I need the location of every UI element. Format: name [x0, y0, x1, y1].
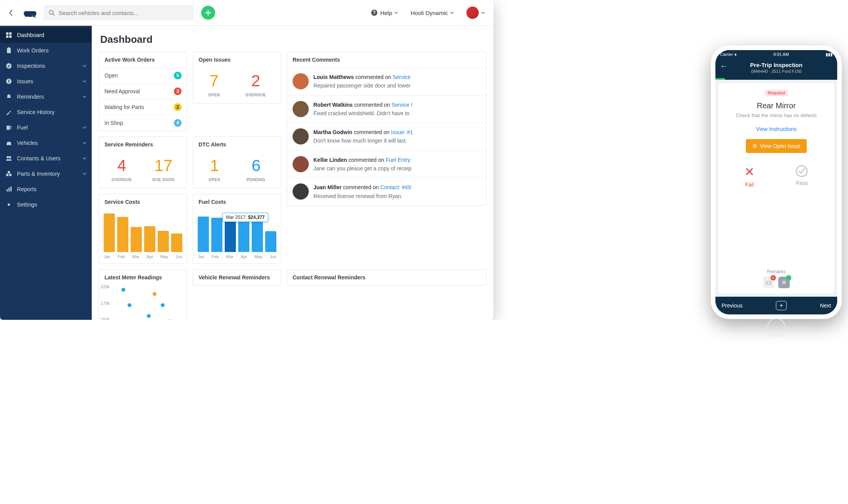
data-point[interactable]: [168, 319, 172, 320]
comment-author: Robert Watkins: [313, 102, 353, 108]
sidebar-item-work-orders[interactable]: Work Orders: [0, 43, 92, 58]
sidebar-item-label: Dashboard: [17, 32, 44, 38]
comment-link[interactable]: Fuel Entry:: [386, 157, 412, 163]
open-issues-card: Open Issues 7OPEN2OVERDUE: [193, 52, 281, 104]
remarks-label: Remarks: [724, 269, 829, 274]
bar[interactable]: [238, 221, 249, 252]
sidebar-item-reports[interactable]: Reports: [0, 181, 92, 197]
data-point[interactable]: [153, 292, 156, 296]
svg-rect-7: [9, 32, 12, 35]
comment-item[interactable]: Louis Matthews commented on ServiceRepai…: [287, 67, 486, 95]
work-order-row[interactable]: In Shop4: [99, 115, 187, 131]
bar[interactable]: [104, 213, 115, 252]
home-button[interactable]: [767, 318, 786, 320]
sidebar-item-label: Contacts & Users: [17, 155, 61, 161]
sidebar-item-label: Parts & Inventory: [17, 171, 60, 177]
comment-link[interactable]: Issue: #1: [391, 129, 413, 135]
back-button[interactable]: [5, 7, 17, 19]
card-title: Contact Renewal Reminders: [287, 270, 486, 285]
stat[interactable]: 2OVERDUE: [246, 73, 266, 97]
sidebar-item-inspections[interactable]: Inspections: [0, 58, 92, 74]
data-point[interactable]: [161, 303, 165, 307]
stat[interactable]: 4OVERDUE: [111, 158, 132, 182]
comment-item[interactable]: Kellie Linden commented on Fuel Entry:Ja…: [287, 150, 486, 178]
pass-button[interactable]: Pass: [795, 165, 808, 188]
comment-item[interactable]: Juan Miller commented on Contact: #49Rec…: [287, 178, 486, 205]
bar[interactable]: [144, 226, 155, 252]
card-title: Latest Meter Readings: [99, 270, 187, 285]
comment-author: Louis Matthews: [313, 74, 354, 80]
sidebar-item-label: Fuel: [17, 124, 28, 131]
stat[interactable]: 6PENDING: [247, 158, 266, 182]
boxes-icon: [5, 171, 12, 177]
card-title: DTC Alerts: [193, 137, 281, 152]
wo-label: In Shop: [104, 120, 123, 126]
svg-rect-21: [6, 174, 8, 176]
comment-item[interactable]: Martha Godwin commented on Issue: #1Don'…: [287, 123, 486, 150]
comment-link[interactable]: Contact: #49: [380, 184, 411, 190]
bar-chart-icon: [5, 186, 12, 192]
org-menu[interactable]: Hooli Dynamic: [407, 10, 458, 16]
user-menu[interactable]: [463, 7, 489, 19]
sidebar-item-dashboard[interactable]: Dashboard: [0, 27, 92, 43]
bar[interactable]: [252, 219, 263, 252]
bell-icon: [5, 94, 12, 100]
svg-rect-26: [10, 186, 12, 192]
work-order-row[interactable]: Need Approval3: [99, 83, 187, 99]
view-instructions-link[interactable]: View Instructions: [724, 126, 829, 132]
sidebar-item-fuel[interactable]: Fuel: [0, 120, 92, 135]
bar[interactable]: [211, 218, 222, 252]
fuel-icon: [5, 124, 12, 131]
comment-link[interactable]: Service: [392, 74, 411, 80]
note-icon: [781, 280, 787, 285]
comment-item[interactable]: Robert Watkins commented on Service IFix…: [287, 95, 486, 123]
search-input[interactable]: [59, 10, 188, 16]
phone-mockup: Carrier ● 8:01 AM ▮▮▮ ← Pre-Trip Inspect…: [711, 45, 842, 319]
camera-icon: [766, 280, 772, 285]
note-button[interactable]: [778, 277, 790, 288]
sidebar-item-parts-inventory[interactable]: Parts & Inventory: [0, 166, 92, 181]
sidebar-item-settings[interactable]: Settings: [0, 197, 92, 212]
card-title: Open Issues: [193, 52, 281, 67]
chevron-down-icon: [82, 142, 86, 144]
contact-renewal-card: Contact Renewal Reminders: [287, 269, 486, 286]
axis-label: Feb: [212, 254, 219, 259]
bar[interactable]: [131, 227, 142, 252]
view-open-issue-button[interactable]: View Open Issue: [746, 139, 807, 153]
bar[interactable]: [117, 217, 128, 252]
sidebar-item-issues[interactable]: Issues: [0, 74, 92, 89]
comment-link[interactable]: Service I: [392, 102, 412, 108]
bar[interactable]: [198, 217, 209, 252]
data-point[interactable]: [147, 314, 151, 318]
sidebar-item-vehicles[interactable]: Vehicles: [0, 135, 92, 151]
help-menu[interactable]: ? Help: [367, 9, 402, 16]
add-button[interactable]: [201, 6, 215, 20]
fail-button[interactable]: ✕ Fail: [744, 165, 755, 188]
camera-button[interactable]: 0: [763, 277, 774, 288]
bar[interactable]: [171, 234, 182, 252]
stat[interactable]: 1OPEN: [209, 158, 220, 182]
work-order-row[interactable]: Open5: [99, 67, 187, 83]
sidebar-item-reminders[interactable]: Reminders: [0, 89, 92, 104]
comment-body: Fixed cracked windshield. Didn't have to: [313, 109, 412, 117]
help-label: Help: [380, 10, 392, 16]
axis-label: Apr: [146, 254, 153, 259]
axis-label: Jan: [198, 254, 205, 259]
inspection-item-title: Rear Mirror: [724, 101, 829, 110]
sidebar-item-contacts-users[interactable]: Contacts & Users: [0, 151, 92, 166]
users-icon: [5, 155, 12, 161]
next-button[interactable]: Next: [820, 302, 831, 309]
stat[interactable]: 17DUE SOON: [152, 158, 174, 182]
work-order-row[interactable]: Waiting for Parts2: [99, 99, 187, 115]
bar[interactable]: [158, 231, 169, 252]
sidebar-item-service-history[interactable]: Service History: [0, 104, 92, 120]
data-point[interactable]: [121, 288, 125, 292]
svg-point-2: [49, 10, 53, 14]
svg-point-31: [796, 166, 807, 176]
bar[interactable]: [265, 231, 276, 252]
add-note-button[interactable]: +: [776, 301, 787, 310]
stat[interactable]: 7OPEN: [208, 73, 220, 97]
previous-button[interactable]: Previous: [722, 302, 742, 309]
data-point[interactable]: [128, 303, 131, 307]
search-field[interactable]: [43, 5, 193, 20]
